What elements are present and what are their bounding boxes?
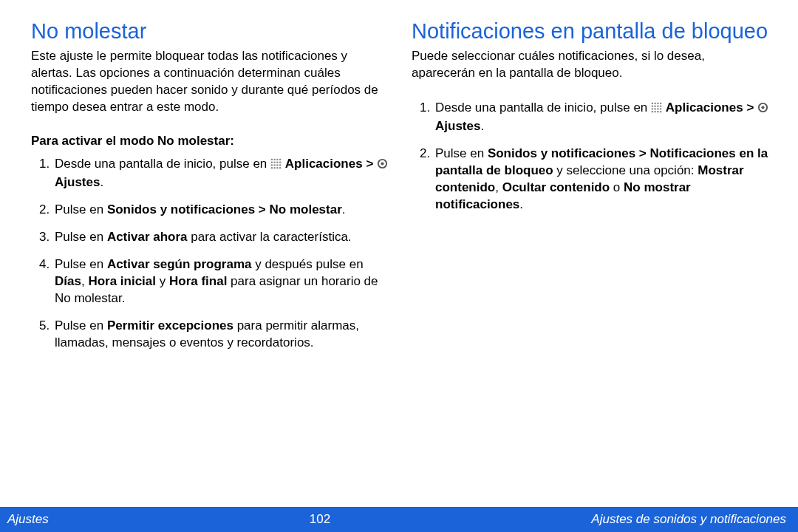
svg-point-22 <box>652 106 653 107</box>
step-bold: Días <box>55 274 81 288</box>
step-text: , <box>81 274 88 288</box>
svg-point-1 <box>273 159 275 160</box>
svg-point-21 <box>660 103 661 104</box>
svg-point-5 <box>273 162 275 163</box>
svg-point-12 <box>271 167 273 168</box>
step-text: y <box>156 274 169 288</box>
step-text: Desde una pantalla de inicio, pulse en <box>435 100 651 115</box>
svg-point-9 <box>273 164 275 166</box>
step-4: Pulse en Activar según programa y despué… <box>53 256 389 307</box>
left-column: No molestar Este ajuste le permite bloqu… <box>31 19 389 362</box>
step-bold: Hora inicial <box>88 274 156 288</box>
step-text: . <box>342 202 346 216</box>
svg-point-13 <box>273 167 275 168</box>
svg-point-2 <box>276 159 278 160</box>
step-1: Desde una pantalla de inicio, pulse en A… <box>53 156 389 191</box>
svg-point-7 <box>279 162 281 163</box>
svg-point-26 <box>652 108 653 109</box>
step-bold: Sonidos y notificaciones > No molestar <box>107 202 342 216</box>
svg-point-33 <box>660 111 661 112</box>
apps-grid-icon <box>651 101 662 118</box>
step-2: Pulse en Sonidos y notificaciones > Noti… <box>434 146 770 214</box>
step-bold: Aplicaciones > <box>666 100 757 115</box>
svg-point-8 <box>271 164 273 166</box>
step-bold: Aplicaciones > <box>285 157 377 171</box>
step-bold: Ajustes <box>55 175 100 189</box>
step-2: Pulse en Sonidos y notificaciones > No m… <box>53 202 389 219</box>
intro-text: Este ajuste le permite bloquear todas la… <box>31 48 389 116</box>
svg-point-35 <box>761 106 764 109</box>
svg-point-10 <box>276 164 278 166</box>
step-bold: Hora final <box>169 274 227 288</box>
svg-point-17 <box>381 163 383 166</box>
step-text: , <box>495 180 502 194</box>
subheading: Para activar el modo No molestar: <box>31 134 389 149</box>
settings-gear-icon <box>757 101 768 118</box>
footer-right: Ajustes de sonidos y notificaciones <box>591 512 786 527</box>
step-text: Pulse en <box>55 257 107 271</box>
svg-point-24 <box>657 106 658 107</box>
svg-point-18 <box>652 103 653 104</box>
step-text: o <box>610 180 624 194</box>
svg-point-15 <box>279 167 281 168</box>
step-text: . <box>100 175 103 189</box>
step-bold: Activar según programa <box>107 257 252 271</box>
settings-gear-icon <box>377 157 388 174</box>
svg-point-3 <box>279 159 281 160</box>
manual-page: No molestar Este ajuste le permite bloqu… <box>0 0 798 532</box>
step-5: Pulse en Permitir excepciones para permi… <box>53 318 389 352</box>
intro-text: Puede seleccionar cuáles notificaciones,… <box>412 48 770 82</box>
steps-list: Desde una pantalla de inicio, pulse en A… <box>31 156 389 351</box>
steps-list: Desde una pantalla de inicio, pulse en A… <box>412 100 770 214</box>
right-column: Notificaciones en pantalla de bloqueo Pu… <box>412 19 770 362</box>
step-text: . <box>519 197 523 211</box>
step-3: Pulse en Activar ahora para activar la c… <box>53 229 389 246</box>
svg-point-31 <box>654 111 655 112</box>
svg-point-20 <box>657 103 658 104</box>
step-text: para activar la característica. <box>188 230 352 244</box>
two-column-content: No molestar Este ajuste le permite bloqu… <box>0 0 798 362</box>
section-title-lockscreen: Notificaciones en pantalla de bloqueo <box>412 19 770 44</box>
svg-point-14 <box>276 167 278 168</box>
step-text: y después pulse en <box>251 257 363 271</box>
step-text: Pulse en <box>55 318 107 332</box>
svg-point-32 <box>657 111 658 112</box>
svg-point-27 <box>654 108 655 109</box>
step-text: Pulse en <box>55 202 107 216</box>
step-text: Pulse en <box>435 146 488 160</box>
step-bold: Permitir excepciones <box>107 318 233 332</box>
svg-point-11 <box>279 164 281 166</box>
step-text: Pulse en <box>55 230 107 244</box>
svg-point-4 <box>271 162 273 163</box>
section-title-no-molestar: No molestar <box>31 19 389 44</box>
page-footer: Ajustes 102 Ajustes de sonidos y notific… <box>0 507 798 532</box>
footer-page-number: 102 <box>49 512 592 527</box>
svg-point-30 <box>652 111 653 112</box>
step-text: y seleccione una opción: <box>553 163 698 177</box>
svg-point-25 <box>660 106 661 107</box>
svg-point-0 <box>271 159 273 160</box>
footer-left: Ajustes <box>7 512 49 527</box>
step-bold: Activar ahora <box>107 230 188 244</box>
step-bold: Ocultar contenido <box>502 180 610 194</box>
svg-point-28 <box>657 108 658 109</box>
svg-point-29 <box>660 108 661 109</box>
step-1: Desde una pantalla de inicio, pulse en A… <box>434 100 770 135</box>
apps-grid-icon <box>270 157 282 174</box>
svg-point-6 <box>276 162 278 163</box>
step-bold: Ajustes <box>435 119 480 133</box>
step-text: Desde una pantalla de inicio, pulse en <box>55 157 270 171</box>
svg-point-23 <box>654 106 655 107</box>
svg-point-19 <box>654 103 655 104</box>
step-text: . <box>480 119 484 133</box>
